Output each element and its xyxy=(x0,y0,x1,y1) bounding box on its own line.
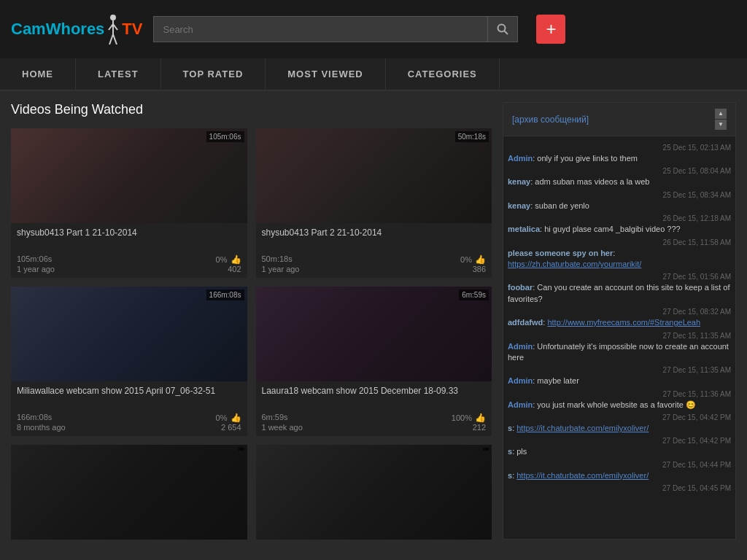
chat-message: kenay: adm suban mas videos a la web xyxy=(508,176,731,187)
video-thumbnail: 166m:08s xyxy=(11,287,247,381)
video-card[interactable]: 50m:18s shysub0413 Part 2 21-10-2014 50m… xyxy=(256,128,492,278)
chat-message: s: https://it.chaturbate.com/emilyxolive… xyxy=(508,470,731,481)
search-button[interactable] xyxy=(488,16,518,42)
chat-message: metalica: hi guyd plase cam4 _balgibi vi… xyxy=(508,224,731,235)
chat-link[interactable]: http://www.myfreecams.com/#StrangeLeah xyxy=(547,318,700,327)
nav-item-categories[interactable]: CATEGORIES xyxy=(386,58,500,90)
chat-message: Admin: maybe later xyxy=(508,376,731,386)
chat-timestamp: 27 Dec 15, 11:36 AM xyxy=(508,390,731,398)
nav-item-home[interactable]: HOME xyxy=(0,58,76,90)
svg-point-0 xyxy=(110,15,116,20)
video-duration: 6m:59s xyxy=(262,413,303,421)
chat-messages[interactable]: 25 Dec 15, 02:13 AMAdmin: only if you gi… xyxy=(503,136,735,494)
video-meta: 105m:06s 1 year ago 0% 👍 402 xyxy=(17,254,241,273)
video-meta: 166m:08s 8 months ago 0% 👍 2 654 xyxy=(17,413,241,432)
video-duration-overlay xyxy=(483,448,489,451)
chat-archive-link[interactable]: [архив сообщений] xyxy=(512,114,589,125)
chat-username: s xyxy=(508,424,512,432)
chat-message: s: https://it.chaturbate.com/emilyxolive… xyxy=(508,423,731,434)
video-thumbnail: 105m:06s xyxy=(11,128,247,223)
video-card[interactable]: 105m:06s shysub0413 Part 1 21-10-2014 10… xyxy=(11,128,247,278)
content-area: Videos Being Watched 105m:06s shysub0413… xyxy=(0,91,747,551)
video-duration-overlay: 105m:06s xyxy=(206,131,244,142)
video-rating: 100% 👍 xyxy=(452,413,486,423)
rating-value: 0% xyxy=(216,413,228,422)
video-stats-right: 0% 👍 402 xyxy=(216,254,241,273)
chat-timestamp: 27 Dec 15, 04:42 PM xyxy=(508,413,731,421)
video-card[interactable]: 6m:59s Laaura18 webcam show 2015 Decembe… xyxy=(256,287,492,436)
chat-message: Admin: only if you give links to them xyxy=(508,153,731,164)
video-rating: 0% 👍 xyxy=(216,413,241,423)
video-views: 402 xyxy=(216,265,241,273)
chat-scroll-up-button[interactable]: ▲ xyxy=(715,109,727,119)
nav-item-latest[interactable]: LATEST xyxy=(76,58,161,90)
chat-link[interactable]: https://it.chaturbate.com/emilyxoliver/ xyxy=(516,424,649,432)
video-views: 2 654 xyxy=(216,423,241,432)
chat-header: [архив сообщений] ▲ ▼ xyxy=(503,103,735,136)
video-title: Laaura18 webcam show 2015 December 18-09… xyxy=(262,386,487,409)
chat-link[interactable]: https://it.chaturbate.com/emilyxoliver/ xyxy=(516,471,649,480)
rating-value: 100% xyxy=(452,413,472,422)
video-stats-right: 0% 👍 2 654 xyxy=(216,413,241,432)
video-rating: 0% 👍 xyxy=(460,254,486,265)
video-stats-right: 100% 👍 212 xyxy=(452,413,486,432)
nav-item-top-rated[interactable]: TOP RATED xyxy=(161,58,266,90)
chat-message: please someone spy on her: https://zh.ch… xyxy=(508,248,731,271)
thumbs-up-icon: 👍 xyxy=(475,254,486,265)
svg-point-6 xyxy=(498,25,506,32)
chat-message: Admin: you just mark whole website as a … xyxy=(508,400,731,411)
thumbs-up-icon: 👍 xyxy=(231,413,241,423)
video-views: 386 xyxy=(460,265,486,273)
section-title: Videos Being Watched xyxy=(11,102,492,117)
chat-scroll-down-button[interactable]: ▼ xyxy=(715,120,727,130)
chat-username: Admin xyxy=(508,342,533,351)
chat-message: kenay: suban de yenlo xyxy=(508,201,731,211)
header: CamWhores TV + xyxy=(0,0,747,58)
search-input[interactable] xyxy=(153,16,488,42)
logo-figure-icon xyxy=(107,14,120,44)
video-stats-left: 6m:59s 1 week ago xyxy=(262,413,303,432)
add-button[interactable]: + xyxy=(536,15,565,44)
video-card[interactable] xyxy=(256,445,492,540)
video-card[interactable] xyxy=(11,445,247,540)
chat-timestamp: 27 Dec 15, 11:35 AM xyxy=(508,366,731,374)
chat-message: adfdafwd: http://www.myfreecams.com/#Str… xyxy=(508,317,731,328)
chat-link[interactable]: https://zh.chaturbate.com/yourmarikit/ xyxy=(508,260,641,268)
video-duration-overlay: 6m:59s xyxy=(459,289,489,300)
chat-username: kenay xyxy=(508,177,530,186)
chat-timestamp: 27 Dec 15, 11:35 AM xyxy=(508,332,731,340)
thumbs-up-icon: 👍 xyxy=(475,413,486,423)
video-duration: 105m:06s xyxy=(17,254,55,263)
chat-timestamp: 25 Dec 15, 08:04 AM xyxy=(508,167,731,175)
chat-timestamp: 26 Dec 15, 11:58 AM xyxy=(508,238,731,246)
chat-username: s xyxy=(508,447,512,456)
video-card[interactable]: 166m:08s Miliawallace webcam show 2015 A… xyxy=(11,287,247,436)
site-logo[interactable]: CamWhores TV xyxy=(11,14,142,44)
video-info: shysub0413 Part 2 21-10-2014 50m:18s 1 y… xyxy=(256,223,492,278)
video-title: shysub0413 Part 1 21-10-2014 xyxy=(17,228,241,251)
video-age: 1 week ago xyxy=(262,423,303,432)
chat-username: s xyxy=(508,471,512,480)
chat-username: Admin xyxy=(508,376,533,385)
chat-timestamp: 27 Dec 15, 04:44 PM xyxy=(508,461,731,469)
search-icon xyxy=(497,23,508,35)
chat-timestamp: 27 Dec 15, 04:42 PM xyxy=(508,437,731,445)
video-duration: 50m:18s xyxy=(262,254,300,263)
logo-camwhores: CamWhores xyxy=(11,20,104,39)
chat-message: Admin: Unfortunately it's impossible now… xyxy=(508,341,731,364)
chat-username: please someone spy on her xyxy=(508,249,613,257)
video-duration: 166m:08s xyxy=(17,413,66,421)
svg-line-7 xyxy=(505,31,508,35)
svg-line-5 xyxy=(113,34,117,44)
logo-tv: TV xyxy=(122,20,142,39)
video-info: Laaura18 webcam show 2015 December 18-09… xyxy=(256,381,492,436)
video-thumbnail: 6m:59s xyxy=(256,287,492,381)
chat-username: Admin xyxy=(508,400,533,409)
chat-username: adfdafwd xyxy=(508,318,543,327)
nav-item-most-viewed[interactable]: MOST VIEWED xyxy=(266,58,385,90)
video-age: 1 year ago xyxy=(17,265,55,273)
video-thumbnail xyxy=(256,445,492,540)
chat-timestamp: 27 Dec 15, 04:45 PM xyxy=(508,484,731,492)
video-duration-overlay xyxy=(239,448,244,451)
rating-value: 0% xyxy=(216,255,228,264)
